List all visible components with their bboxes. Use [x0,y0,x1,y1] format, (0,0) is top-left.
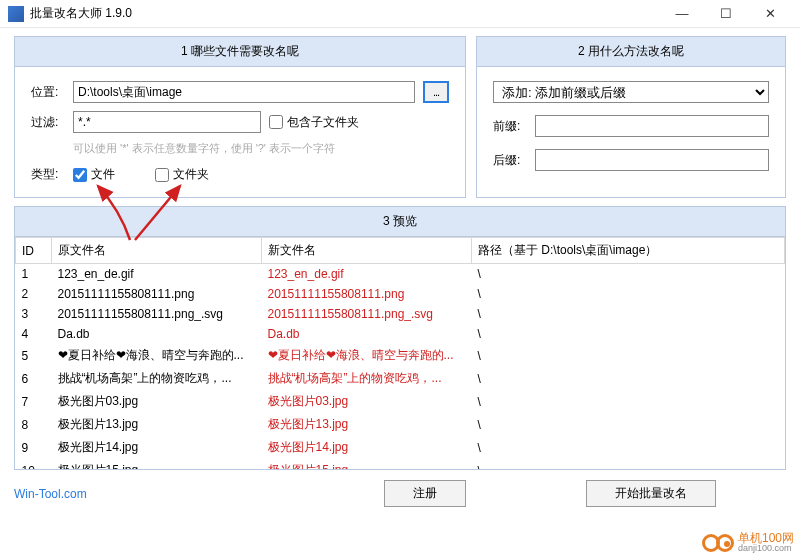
watermark: 单机100网 danji100.com [702,532,794,553]
col-new[interactable]: 新文件名 [262,238,472,264]
close-button[interactable]: ✕ [748,0,792,28]
col-old[interactable]: 原文件名 [52,238,262,264]
table-row[interactable]: 8极光图片13.jpg极光图片13.jpg\ [16,413,785,436]
preview-panel: 3 预览 ID 原文件名 新文件名 路径（基于 D:\tools\桌面\imag… [14,206,786,470]
location-input[interactable] [73,81,415,103]
browse-button[interactable]: ... [423,81,449,103]
include-sub-checkbox[interactable]: 包含子文件夹 [269,114,359,131]
titlebar: 批量改名大师 1.9.0 — ☐ ✕ [0,0,800,28]
footer: Win-Tool.com 注册 开始批量改名 [0,474,800,513]
method-panel-title: 2 用什么方法改名呢 [477,37,785,67]
source-panel: 1 哪些文件需要改名呢 位置: ... 过滤: 包含子文件夹 可以使用 '*' … [14,36,466,198]
filter-hint: 可以使用 '*' 表示任意数量字符，使用 '?' 表示一个字符 [73,141,449,156]
type-file-checkbox[interactable]: 文件 [73,166,115,183]
register-button[interactable]: 注册 [384,480,466,507]
type-label: 类型: [31,166,65,183]
include-sub-label: 包含子文件夹 [287,114,359,131]
window-title: 批量改名大师 1.9.0 [30,5,660,22]
table-row[interactable]: 6挑战“机场高架”上的物资吃鸡，...挑战“机场高架”上的物资吃鸡，...\ [16,367,785,390]
col-id[interactable]: ID [16,238,52,264]
type-folder-label: 文件夹 [173,166,209,183]
maximize-button[interactable]: ☐ [704,0,748,28]
watermark-url: danji100.com [738,544,794,553]
table-row[interactable]: 7极光图片03.jpg极光图片03.jpg\ [16,390,785,413]
preview-table: ID 原文件名 新文件名 路径（基于 D:\tools\桌面\image） 11… [15,237,785,469]
mode-select[interactable]: 添加: 添加前缀或后缀 [493,81,769,103]
filter-input[interactable] [73,111,261,133]
preview-panel-title: 3 预览 [15,207,785,237]
table-row[interactable]: 10极光图片15.jpg极光图片15.jpg\ [16,459,785,469]
table-row[interactable]: 320151111155808111.png_.svg2015111115580… [16,304,785,324]
website-link[interactable]: Win-Tool.com [14,487,87,501]
table-row[interactable]: 9极光图片14.jpg极光图片14.jpg\ [16,436,785,459]
type-file-label: 文件 [91,166,115,183]
minimize-button[interactable]: — [660,0,704,28]
app-icon [8,6,24,22]
prefix-input[interactable] [535,115,769,137]
suffix-label: 后缀: [493,152,527,169]
prefix-label: 前缀: [493,118,527,135]
location-label: 位置: [31,84,65,101]
filter-label: 过滤: [31,114,65,131]
table-row[interactable]: 4Da.dbDa.db\ [16,324,785,344]
type-folder-checkbox[interactable]: 文件夹 [155,166,209,183]
suffix-input[interactable] [535,149,769,171]
preview-table-wrap[interactable]: ID 原文件名 新文件名 路径（基于 D:\tools\桌面\image） 11… [15,237,785,469]
table-row[interactable]: 1123_en_de.gif123_en_de.gif\ [16,264,785,285]
table-row[interactable]: 220151111155808111.png20151111155808111.… [16,284,785,304]
source-panel-title: 1 哪些文件需要改名呢 [15,37,465,67]
table-row[interactable]: 5❤夏日补给❤海浪、晴空与奔跑的...❤夏日补给❤海浪、晴空与奔跑的...\ [16,344,785,367]
start-button[interactable]: 开始批量改名 [586,480,716,507]
col-path[interactable]: 路径（基于 D:\tools\桌面\image） [472,238,785,264]
method-panel: 2 用什么方法改名呢 添加: 添加前缀或后缀 前缀: 后缀: [476,36,786,198]
